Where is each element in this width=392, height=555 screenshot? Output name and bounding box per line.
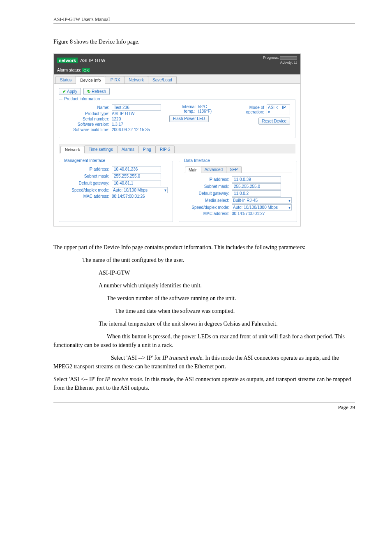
param-flash: When this button is pressed, the power L… — [53, 332, 355, 349]
progress-bar — [280, 56, 297, 60]
data-tab-advanced[interactable]: Advanced — [201, 166, 226, 173]
swver-value: 1.3.17 — [112, 122, 123, 127]
subtab-rip[interactable]: RIP-2 — [155, 146, 175, 153]
flash-led-button[interactable]: Flash Power LED — [169, 115, 209, 122]
mgmt-gw-label: Default gateway: — [64, 181, 109, 185]
product-info-group: Product Information Name: Product type: … — [59, 99, 295, 138]
mgmt-mac-value: 00:14:57:00:01:26 — [112, 194, 145, 199]
alarm-status-label: Alarm status: — [57, 68, 81, 72]
subtab-ping[interactable]: Ping — [138, 146, 156, 153]
serial-label: Serial number: — [64, 117, 109, 121]
data-mask-label: Subnet mask: — [184, 184, 229, 189]
subtab-time[interactable]: Time settings — [84, 146, 118, 153]
apply-button[interactable]: ✔Apply — [59, 88, 81, 95]
mgmt-gw-input[interactable] — [112, 180, 161, 186]
serial-value: 1220 — [112, 117, 121, 121]
data-legend: Data Interface — [182, 158, 212, 163]
temp-value: 58°C (136°F) — [198, 104, 222, 113]
doc-header: ASI-IP-GTW User's Manual — [53, 16, 355, 24]
data-tab-sfp[interactable]: SFP — [226, 166, 241, 173]
build-value: 2006-09-22 12:15:35 — [112, 127, 150, 132]
mgmt-speed-label: Speed/duplex mode: — [64, 188, 109, 192]
refresh-icon: ↻ — [87, 89, 90, 94]
ptype-label: Product type: — [64, 111, 109, 116]
chevron-down-icon: ▾ — [268, 110, 270, 114]
param-swver: The version number of the software runni… — [53, 294, 355, 303]
param-mode-b: Select 'ASI <-- IP' for IP receive mode.… — [53, 375, 355, 392]
activity-label: Activity: — [280, 60, 293, 65]
tab-network[interactable]: Network — [124, 76, 148, 83]
name-label: Name: — [64, 105, 109, 110]
chevron-down-icon: ▾ — [288, 205, 291, 210]
param-build: The time and date when the software was … — [53, 307, 355, 315]
data-speed-label: Speed/duplex mode: — [184, 205, 229, 210]
data-tab-main[interactable]: Main — [185, 166, 201, 173]
mgmt-mask-label: Subnet mask: — [64, 174, 109, 178]
data-ip-label: IP address: — [184, 177, 229, 182]
alarm-bar: Alarm status: OK — [54, 67, 300, 74]
figure-caption: Figure 8 shows the Device Info page. — [53, 39, 355, 45]
mgmt-mac-label: MAC address: — [64, 194, 109, 199]
name-input[interactable] — [112, 104, 161, 111]
mode-select[interactable]: ASI <-- IP ▾ — [267, 104, 290, 115]
mgmt-ip-label: IP address: — [64, 167, 109, 171]
subtab-alarms[interactable]: Alarms — [117, 146, 139, 153]
progress-label: Progress: — [263, 56, 279, 60]
data-speed-select[interactable]: Auto: 10/100/1000 Mbps▾ — [232, 204, 292, 210]
page-footer: Page 29 — [53, 402, 355, 411]
data-gw-input[interactable] — [232, 190, 281, 197]
intro-paragraph: The upper part of the Device Info page c… — [53, 243, 355, 252]
mgmt-speed-select[interactable]: Auto: 10/100 Mbps▾ — [112, 187, 168, 193]
main-tabs: Status Device Info IP RX Network Save/Lo… — [54, 74, 300, 84]
param-mode-a: Select 'ASI --> IP' for IP transmit mode… — [53, 354, 355, 371]
param-serial: A number which uniquely identifies the u… — [53, 281, 355, 290]
tab-device-info[interactable]: Device Info — [76, 76, 105, 84]
data-mask-input[interactable] — [232, 183, 281, 190]
data-media-select[interactable]: Built-in RJ-45▾ — [232, 197, 292, 204]
mgmt-interface-group: Management Interface IP address: Subnet … — [59, 161, 173, 222]
mode-label: Mode of operation: — [230, 105, 264, 114]
chevron-down-icon: ▾ — [288, 198, 291, 203]
temp-label: Internal temp.: — [169, 104, 196, 113]
build-label: Software build time: — [64, 127, 109, 132]
tab-save-load[interactable]: Save/Load — [148, 76, 177, 83]
alarm-status-badge: OK — [82, 68, 90, 72]
logo: network — [57, 58, 78, 63]
param-type: ASI-IP-GTW — [53, 268, 355, 277]
data-media-label: Media select: — [184, 198, 229, 203]
data-interface-group: Data Interface Main Advanced SFP IP addr… — [179, 161, 297, 222]
refresh-button[interactable]: ↻Refresh — [83, 88, 110, 95]
screenshot-container: network ASI-IP-GTW Progress: Activity: ☐… — [53, 53, 301, 227]
activity-indicator: ☐ — [294, 60, 297, 65]
chevron-down-icon: ▾ — [164, 188, 166, 192]
param-temp: The internal temperature of the unit sho… — [53, 319, 355, 328]
swver-label: Software version: — [64, 122, 109, 127]
data-mac-value: 00:14:57:00:01:27 — [232, 211, 265, 216]
product-info-legend: Product Information — [62, 97, 101, 101]
ptype-value: ASI-IP-GTW — [112, 111, 135, 116]
check-icon: ✔ — [62, 89, 66, 94]
mgmt-legend: Management Interface — [62, 158, 107, 163]
app-title-bar: network ASI-IP-GTW Progress: Activity: ☐ — [54, 54, 300, 67]
data-tabs: Main Advanced SFP — [184, 165, 292, 173]
tab-status[interactable]: Status — [55, 76, 76, 83]
tab-iprx[interactable]: IP RX — [105, 76, 125, 83]
data-gw-label: Default gateway: — [184, 191, 229, 196]
mgmt-mask-input[interactable] — [112, 173, 161, 179]
data-mac-label: MAC address: — [184, 211, 229, 216]
data-ip-input[interactable] — [232, 176, 281, 183]
sub-tabs: Network Time settings Alarms Ping RIP-2 — [59, 144, 295, 153]
product-title: ASI-IP-GTW — [80, 58, 105, 63]
reset-device-button[interactable]: Reset Device — [258, 118, 290, 125]
subtab-network[interactable]: Network — [60, 146, 85, 153]
mgmt-ip-input[interactable] — [112, 166, 161, 172]
param-name: The name of the unit configured by the u… — [53, 256, 355, 264]
